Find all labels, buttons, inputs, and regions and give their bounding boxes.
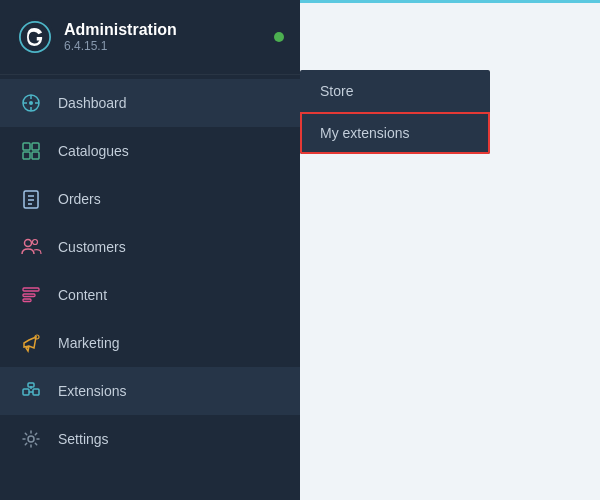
sidebar-item-settings[interactable]: Settings	[0, 415, 300, 463]
svg-rect-21	[23, 389, 29, 395]
orders-label: Orders	[58, 191, 101, 207]
svg-rect-8	[32, 143, 39, 150]
sidebar: Administration 6.4.15.1 Dashboard	[0, 0, 300, 500]
marketing-label: Marketing	[58, 335, 119, 351]
svg-rect-9	[23, 152, 30, 159]
catalogues-icon	[20, 140, 42, 162]
app-name: Administration	[64, 21, 177, 39]
customers-icon	[20, 236, 42, 258]
dashboard-label: Dashboard	[58, 95, 127, 111]
sidebar-title-block: Administration 6.4.15.1	[64, 21, 177, 53]
svg-rect-10	[32, 152, 39, 159]
app-logo	[16, 18, 54, 56]
sidebar-item-extensions[interactable]: Extensions	[0, 367, 300, 415]
catalogues-label: Catalogues	[58, 143, 129, 159]
extensions-icon	[20, 380, 42, 402]
svg-rect-17	[23, 288, 39, 291]
extensions-label: Extensions	[58, 383, 126, 399]
settings-label: Settings	[58, 431, 109, 447]
svg-rect-18	[23, 294, 35, 297]
content-label: Content	[58, 287, 107, 303]
svg-point-15	[25, 240, 32, 247]
nav-menu: Dashboard Catalogues	[0, 75, 300, 463]
marketing-icon	[20, 332, 42, 354]
svg-rect-7	[23, 143, 30, 150]
submenu-item-my-extensions[interactable]: My extensions	[300, 112, 490, 154]
app-version: 6.4.15.1	[64, 39, 177, 53]
sidebar-item-dashboard[interactable]: Dashboard	[0, 79, 300, 127]
top-accent-border	[300, 0, 600, 3]
svg-rect-22	[33, 389, 39, 395]
svg-rect-19	[23, 299, 31, 302]
svg-point-0	[20, 22, 50, 52]
svg-point-24	[28, 436, 34, 442]
status-indicator	[274, 32, 284, 42]
svg-point-20	[35, 335, 39, 339]
sidebar-item-customers[interactable]: Customers	[0, 223, 300, 271]
svg-point-2	[29, 101, 33, 105]
extensions-submenu: Store My extensions	[300, 70, 490, 154]
svg-point-16	[33, 240, 38, 245]
sidebar-item-content[interactable]: Content	[0, 271, 300, 319]
sidebar-item-orders[interactable]: Orders	[0, 175, 300, 223]
dashboard-icon	[20, 92, 42, 114]
main-content: Store My extensions	[300, 0, 600, 500]
customers-label: Customers	[58, 239, 126, 255]
orders-icon	[20, 188, 42, 210]
sidebar-header: Administration 6.4.15.1	[0, 0, 300, 75]
svg-rect-23	[28, 383, 34, 387]
sidebar-item-marketing[interactable]: Marketing	[0, 319, 300, 367]
settings-icon	[20, 428, 42, 450]
submenu-item-store[interactable]: Store	[300, 70, 490, 112]
sidebar-item-catalogues[interactable]: Catalogues	[0, 127, 300, 175]
content-icon	[20, 284, 42, 306]
